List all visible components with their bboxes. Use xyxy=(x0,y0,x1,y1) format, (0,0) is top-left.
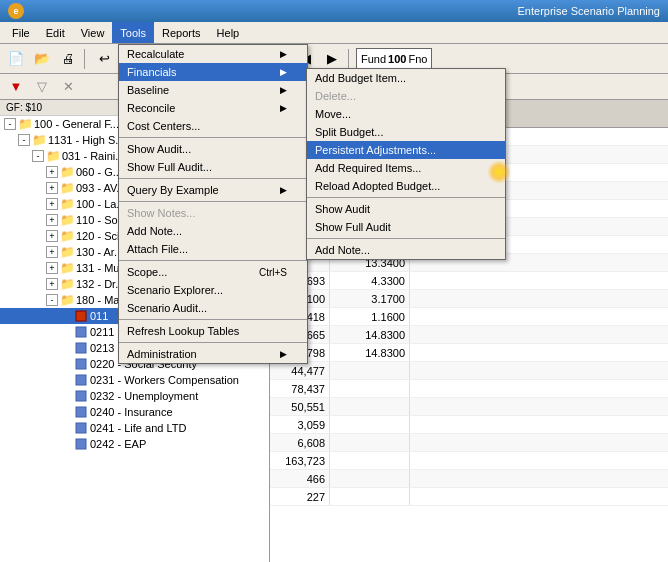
app-icon: e xyxy=(8,3,24,19)
table-row[interactable]: 1,011,66514.8300 xyxy=(270,326,668,344)
tree-expander-132[interactable]: + xyxy=(46,278,58,290)
table-row[interactable]: 78,437 xyxy=(270,380,668,398)
clear-filter-button[interactable]: ✕ xyxy=(56,75,80,99)
table-row[interactable]: 660,79814.8300 xyxy=(270,344,668,362)
tools-cost-centers[interactable]: Cost Centers... xyxy=(119,117,307,135)
menu-file[interactable]: File xyxy=(4,22,38,43)
table-row[interactable]: 237,1003.1700 xyxy=(270,290,668,308)
tools-refresh-lookup[interactable]: Refresh Lookup Tables xyxy=(119,322,307,340)
fin-add-required-items[interactable]: Add Required Items... xyxy=(307,159,505,177)
table-row[interactable]: 50,551 xyxy=(270,398,668,416)
tree-label-0241: 0241 - Life and LTD xyxy=(90,422,186,434)
tree-expander-093[interactable]: + xyxy=(46,182,58,194)
tree-expander-130[interactable]: + xyxy=(46,246,58,258)
tools-recalculate[interactable]: Recalculate ▶ xyxy=(119,45,307,63)
tree-label-100: 100 - General F... xyxy=(34,118,119,130)
grid-cell xyxy=(330,362,410,379)
menu-bar: File Edit View Tools Reports Help xyxy=(0,22,668,44)
grid-cell: 3.1700 xyxy=(330,290,410,307)
tools-add-note[interactable]: Add Note... xyxy=(119,222,307,240)
svg-rect-7 xyxy=(76,423,86,433)
fin-show-audit[interactable]: Show Audit xyxy=(307,200,505,218)
tools-baseline[interactable]: Baseline ▶ xyxy=(119,81,307,99)
grid-cell xyxy=(330,398,410,415)
table-row[interactable]: 3,059 xyxy=(270,416,668,434)
fin-split-budget[interactable]: Split Budget... xyxy=(307,123,505,141)
fin-persistent-adjustments[interactable]: Persistent Adjustments... xyxy=(307,141,505,159)
tree-node-0240[interactable]: 0240 - Insurance xyxy=(0,404,269,420)
tree-expander-131[interactable]: + xyxy=(46,262,58,274)
tree-icon-folder: 📁 xyxy=(60,197,74,211)
open-button[interactable]: 📂 xyxy=(30,47,54,71)
menu-reports[interactable]: Reports xyxy=(154,22,209,43)
tools-attach-file[interactable]: Attach File... xyxy=(119,240,307,258)
tree-expander-110[interactable]: + xyxy=(46,214,58,226)
menu-tools[interactable]: Tools xyxy=(112,22,154,43)
fin-delete[interactable]: Delete... xyxy=(307,87,505,105)
fin-show-full-audit[interactable]: Show Full Audit xyxy=(307,218,505,236)
table-row[interactable]: 345,6934.3300 xyxy=(270,272,668,290)
tools-financials[interactable]: Financials ▶ xyxy=(119,63,307,81)
tree-icon-folder: 📁 xyxy=(60,245,74,259)
table-row[interactable]: 466 xyxy=(270,470,668,488)
tools-scope[interactable]: Scope... Ctrl+S xyxy=(119,263,307,281)
tree-expander-060[interactable]: + xyxy=(46,166,58,178)
title-bar: e Enterprise Scenario Planning xyxy=(0,0,668,22)
fin-add-note[interactable]: Add Note... xyxy=(307,241,505,259)
grid-cell: 3,059 xyxy=(270,416,330,433)
tree-expander-180[interactable]: - xyxy=(46,294,58,306)
tree-node-0241[interactable]: 0241 - Life and LTD xyxy=(0,420,269,436)
fund-fn: Fno xyxy=(408,53,427,65)
tree-icon-folder: 📁 xyxy=(60,293,74,307)
tree-expander-100-l[interactable]: + xyxy=(46,198,58,210)
tree-icon-doc xyxy=(74,357,88,371)
toolbar-sep-4 xyxy=(348,49,352,69)
tree-icon-doc xyxy=(74,437,88,451)
grid-cell: 466 xyxy=(270,470,330,487)
menu-edit[interactable]: Edit xyxy=(38,22,73,43)
tools-scenario-audit[interactable]: Scenario Audit... xyxy=(119,299,307,317)
tools-administration[interactable]: Administration ▶ xyxy=(119,345,307,363)
table-row[interactable]: 163,723 xyxy=(270,452,668,470)
fund-selector[interactable]: Fund 100 Fno xyxy=(356,48,432,70)
filter2-button[interactable]: ▽ xyxy=(30,75,54,99)
tree-label-031: 031 - Raini... xyxy=(62,150,124,162)
undo-button[interactable]: ↩ xyxy=(92,47,116,71)
tree-expander-120[interactable]: + xyxy=(46,230,58,242)
tree-node-0242[interactable]: 0242 - EAP xyxy=(0,436,269,452)
tree-node-0232[interactable]: 0232 - Unemployment xyxy=(0,388,269,404)
financials-menu-popup[interactable]: Add Budget Item... Delete... Move... Spl… xyxy=(306,68,506,260)
tools-show-audit[interactable]: Show Audit... xyxy=(119,140,307,158)
fin-add-budget-item[interactable]: Add Budget Item... xyxy=(307,69,505,87)
sep5 xyxy=(119,319,307,320)
tools-show-full-audit[interactable]: Show Full Audit... xyxy=(119,158,307,176)
tree-expander-100[interactable]: - xyxy=(4,118,16,130)
toolbar-sep-1 xyxy=(84,49,88,69)
menu-help[interactable]: Help xyxy=(209,22,248,43)
tree-node-0231[interactable]: 0231 - Workers Compensation xyxy=(0,372,269,388)
fin-move[interactable]: Move... xyxy=(307,105,505,123)
tools-query-by-example[interactable]: Query By Example ▶ xyxy=(119,181,307,199)
tree-icon-folder: 📁 xyxy=(60,277,74,291)
filter-button[interactable]: ▼ xyxy=(4,75,28,99)
tools-show-notes[interactable]: Show Notes... xyxy=(119,204,307,222)
svg-rect-8 xyxy=(76,439,86,449)
tree-icon-folder: 📁 xyxy=(60,261,74,275)
fin-sep1 xyxy=(307,197,505,198)
table-row[interactable]: 44,477 xyxy=(270,362,668,380)
svg-rect-6 xyxy=(76,407,86,417)
menu-view[interactable]: View xyxy=(73,22,113,43)
new-button[interactable]: 📄 xyxy=(4,47,28,71)
tools-reconcile[interactable]: Reconcile ▶ xyxy=(119,99,307,117)
table-row[interactable]: 76,4181.1600 xyxy=(270,308,668,326)
print-button[interactable]: 🖨 xyxy=(56,47,80,71)
right-button[interactable]: ▶ xyxy=(320,47,344,71)
sep3 xyxy=(119,201,307,202)
tools-menu-popup[interactable]: Recalculate ▶ Financials ▶ Baseline ▶ Re… xyxy=(118,44,308,364)
tree-expander-1131[interactable]: - xyxy=(18,134,30,146)
table-row[interactable]: 227 xyxy=(270,488,668,506)
tree-expander-031[interactable]: - xyxy=(32,150,44,162)
fin-reload-adopted-budget[interactable]: Reload Adopted Budget... xyxy=(307,177,505,195)
tools-scenario-explorer[interactable]: Scenario Explorer... xyxy=(119,281,307,299)
table-row[interactable]: 6,608 xyxy=(270,434,668,452)
